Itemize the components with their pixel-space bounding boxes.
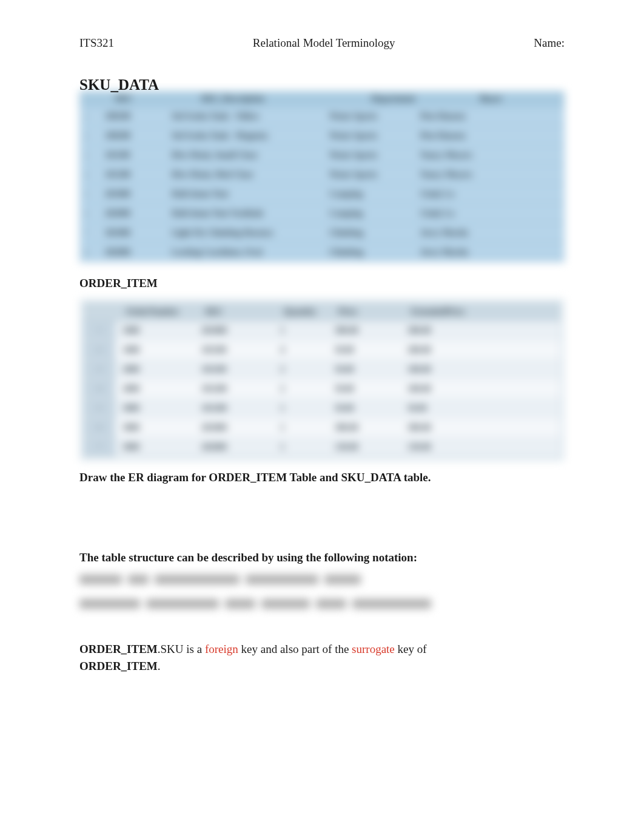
sku-data-heading: SKU_DATA: [79, 76, 565, 93]
table-row: 630002010001300.00300.00: [84, 418, 560, 438]
col-price: Price: [338, 307, 411, 317]
table-row: 42000101200250.00100.00: [84, 379, 560, 399]
table-row: 110002010001300.00300.00: [84, 321, 560, 340]
order-item-heading: ORDER_ITEM: [79, 277, 565, 290]
course-code: ITS321: [79, 36, 114, 50]
notation-line-1: [79, 573, 565, 586]
col-ordernum: OrderNumber: [126, 307, 205, 317]
final-text4: key and also part of the: [238, 643, 352, 655]
final-statement: ORDER_ITEM.SKU is a foreign key and also…: [79, 641, 565, 674]
doc-title: Relational Model Terminology: [253, 36, 395, 50]
col-sku: SKU: [115, 94, 176, 104]
order-item-table: OrderNumber SKU Quantity Price ExtendedP…: [79, 299, 565, 461]
final-bold2: ORDER_ITEM: [79, 660, 158, 672]
table-row: 53000101200150.0050.00: [84, 399, 560, 418]
doc-header: ITS321 Relational Model Terminology Name…: [79, 36, 565, 50]
col-buyer: Buyer: [480, 94, 565, 104]
instruction-er-diagram: Draw the ER diagram for ORDER_ITEM Table…: [79, 471, 565, 484]
table-row: 6202000Half-dome Tent VestibuleCampingCi…: [79, 204, 565, 223]
final-red-surrogate: surrogate: [352, 643, 395, 655]
table-row: 1100100Std Scuba Tank - YellowWater Spor…: [79, 107, 565, 126]
table-row: 3101100Dive Mask, Small ClearWater Sport…: [79, 146, 565, 165]
table-row: 7301000Light Fly Climbing HarnessClimbin…: [79, 223, 565, 243]
name-label: Name:: [534, 36, 565, 50]
col-ext: ExtendedPrice: [411, 307, 484, 317]
table-row: 2100200Std Scuba Tank - MagentaWater Spo…: [79, 126, 565, 146]
col-sku-desc: SKU_Description: [201, 94, 347, 104]
table-row: 4101200Dive Mask, Med ClearWater SportsN…: [79, 165, 565, 184]
final-bold1: ORDER_ITEM: [79, 643, 158, 655]
table-row: 21000101100450.00200.00: [84, 340, 560, 360]
table-row: 730002020001130.00130.00: [84, 438, 560, 457]
sku-data-table: SKU SKU_Description Department Buyer 110…: [79, 91, 565, 262]
final-red-foreign: foreign: [205, 643, 238, 655]
instruction-notation: The table structure can be described by …: [79, 551, 565, 564]
notation-line-2: [79, 597, 565, 610]
final-text6: key of: [395, 643, 427, 655]
final-text2: .SKU is a: [158, 643, 205, 655]
table-row: 8302000Locking Carabiner, OvalClimbingJe…: [79, 243, 565, 262]
col-dept: Department: [372, 94, 456, 104]
table-row: 32000101100250.00100.00: [84, 360, 560, 379]
col-sku2: SKU: [205, 307, 284, 317]
notation-block: [79, 573, 565, 610]
col-qty: Quantity: [284, 307, 338, 317]
table-row: 5201000Half-dome TentCampingCindy Lo: [79, 184, 565, 204]
final-text8: .: [158, 660, 161, 672]
